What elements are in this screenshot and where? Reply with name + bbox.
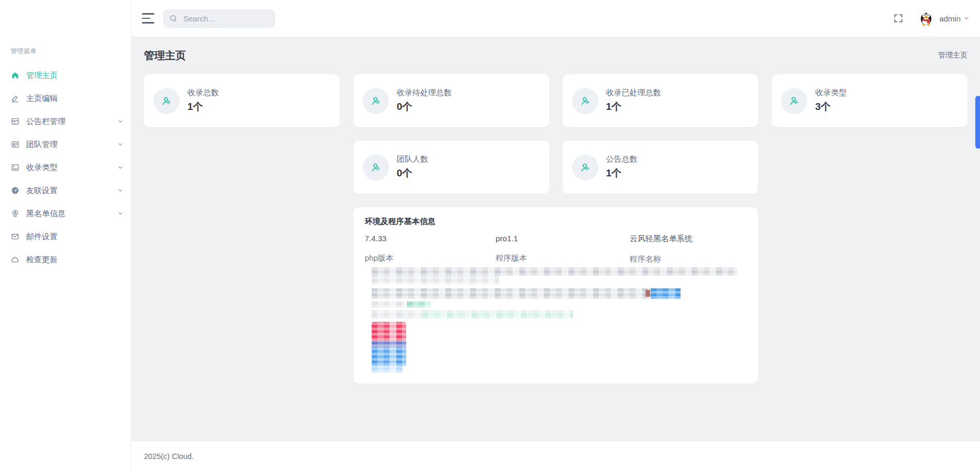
location-icon: [10, 209, 20, 218]
user-icon: [572, 88, 598, 114]
sidebar: 管理菜单 管理主页 主页编辑 公告栏管理 团队管理 收录类型 友联设置: [0, 0, 131, 471]
sidebar-item-label: 友联设置: [26, 186, 58, 196]
redacted-pixel: [645, 290, 650, 297]
sidebar-item-label: 团队管理: [26, 140, 58, 150]
edit-icon: [10, 94, 20, 103]
sidebar-menu: 管理主页 主页编辑 公告栏管理 团队管理 收录类型 友联设置: [0, 64, 131, 271]
stat-label: 团队人数: [397, 154, 428, 164]
stat-card: 收录类型 3个: [772, 74, 967, 127]
redacted-line: [372, 341, 406, 347]
sidebar-item-8[interactable]: 检查更新: [0, 248, 131, 271]
chevron-down-icon[interactable]: [117, 187, 124, 194]
username-label[interactable]: admin: [939, 14, 961, 23]
info-field-label: 程序版本: [496, 253, 630, 263]
sidebar-item-0[interactable]: 管理主页: [0, 64, 131, 87]
redacted-content: [365, 267, 747, 373]
sidebar-item-1[interactable]: 主页编辑: [0, 87, 131, 110]
stat-value: 0个: [397, 166, 428, 180]
stat-label: 收录总数: [187, 88, 219, 98]
redacted-red-button[interactable]: [372, 322, 406, 341]
sidebar-item-label: 管理主页: [26, 71, 58, 81]
fullscreen-icon[interactable]: [893, 13, 905, 24]
info-field-label: 程序名称: [630, 254, 747, 264]
sidebar-item-label: 收录类型: [26, 163, 58, 173]
user-icon: [153, 88, 180, 114]
team-icon: [10, 140, 20, 149]
sidebar-item-6[interactable]: 黑名单信息: [0, 202, 131, 225]
sidebar-item-label: 公告栏管理: [26, 117, 65, 127]
avatar[interactable]: [917, 9, 935, 27]
sidebar-item-5[interactable]: 友联设置: [0, 179, 131, 202]
redacted-line: [372, 301, 404, 308]
search-box[interactable]: [163, 9, 275, 28]
chevron-down-icon[interactable]: [117, 210, 124, 217]
cloud-icon: [10, 255, 20, 264]
info-field: 7.4.33 php版本: [365, 234, 496, 264]
sidebar-item-label: 主页编辑: [26, 94, 58, 104]
sidebar-item-label: 黑名单信息: [26, 209, 65, 219]
sidebar-item-3[interactable]: 团队管理: [0, 133, 131, 156]
main-content: 管理主页 管理主页 收录总数 1个 收录待处理总数 0个: [131, 37, 980, 441]
environment-info-card: 环境及程序基本信息 7.4.33 php版本 pro1.1 程序版本 云风轻黑名…: [353, 207, 759, 384]
user-icon: [363, 88, 389, 114]
info-fields: 7.4.33 php版本 pro1.1 程序版本 云风轻黑名单系统 程序名称: [365, 234, 747, 264]
mail-icon: [10, 232, 20, 241]
chevron-down-icon[interactable]: [117, 164, 124, 171]
admin-dashboard-page: 管理菜单 管理主页 主页编辑 公告栏管理 团队管理 收录类型 友联设置: [0, 0, 980, 471]
redacted-line: [422, 310, 573, 319]
user-icon: [781, 88, 807, 114]
stat-label: 收录已处理总数: [606, 88, 661, 98]
redacted-line: [372, 310, 422, 319]
chevron-down-icon[interactable]: [117, 141, 124, 148]
stat-card: 收录已处理总数 1个: [563, 74, 759, 127]
sidebar-item-7[interactable]: 邮件设置: [0, 225, 131, 248]
redacted-link: [651, 288, 681, 299]
sidebar-item-4[interactable]: 收录类型: [0, 156, 131, 179]
stat-card: 团队人数 0个: [353, 141, 549, 194]
info-field-value: 云风轻黑名单系统: [630, 234, 747, 244]
stat-value: 1个: [187, 100, 219, 114]
home-icon: [10, 71, 20, 80]
user-icon: [363, 154, 389, 181]
info-field: pro1.1 程序版本: [496, 234, 630, 264]
scrollbar-thumb[interactable]: [975, 96, 980, 149]
redacted-line: [407, 301, 431, 308]
sidebar-item-2[interactable]: 公告栏管理: [0, 110, 131, 133]
redacted-line: [372, 276, 499, 284]
top-header: admin: [131, 0, 980, 37]
info-field-value: pro1.1: [496, 234, 630, 243]
user-icon: [572, 154, 598, 181]
footer: 2025(c) Cloud.: [131, 441, 980, 471]
info-card-title: 环境及程序基本信息: [365, 217, 747, 227]
stat-card: 收录总数 1个: [144, 74, 340, 127]
redacted-line: [372, 267, 737, 276]
board-icon: [10, 117, 20, 126]
chevron-down-icon[interactable]: [117, 118, 124, 125]
compass-icon: [10, 186, 20, 195]
redacted-line: [372, 366, 403, 373]
search-icon: [169, 14, 177, 23]
sidebar-section-title: 管理菜单: [0, 0, 131, 55]
stat-value: 1个: [606, 166, 638, 180]
copyright-text: 2025(c) Cloud.: [144, 452, 194, 461]
page-title: 管理主页: [144, 49, 186, 63]
user-menu[interactable]: admin: [917, 9, 970, 27]
search-input[interactable]: [182, 14, 268, 24]
breadcrumb[interactable]: 管理主页: [938, 51, 967, 60]
stat-label: 收录待处理总数: [397, 88, 452, 98]
sidebar-item-label: 邮件设置: [26, 232, 58, 242]
stat-label: 公告总数: [606, 154, 638, 164]
menu-fold-icon[interactable]: [142, 13, 154, 24]
info-field: 云风轻黑名单系统 程序名称: [630, 234, 747, 264]
chevron-down-icon: [963, 15, 970, 21]
redacted-line: [372, 288, 680, 299]
stat-card: 收录待处理总数 0个: [353, 74, 549, 127]
redacted-blue-button[interactable]: [372, 347, 406, 366]
stat-value: 0个: [397, 100, 452, 114]
sidebar-item-label: 检查更新: [26, 255, 58, 265]
postcard-icon: [10, 163, 20, 172]
info-field-label: php版本: [365, 253, 496, 263]
stat-card: 公告总数 1个: [563, 141, 759, 194]
stats-grid: 收录总数 1个 收录待处理总数 0个 收录已处理总数 1个: [144, 74, 967, 194]
stat-value: 3个: [815, 100, 847, 114]
